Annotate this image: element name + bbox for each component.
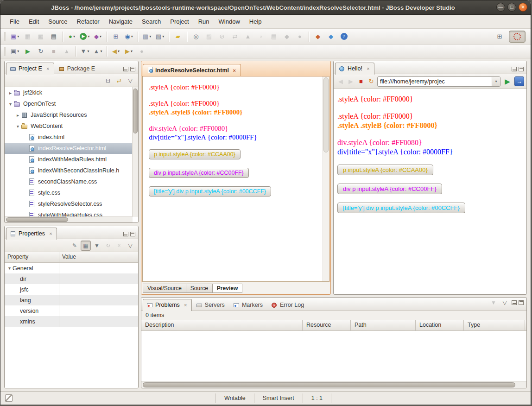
maximize-view-icon[interactable] <box>130 67 135 71</box>
property-value-cell[interactable] <box>59 284 138 295</box>
url-combo[interactable]: file:///home/jeremy/projec ▾ <box>377 76 500 87</box>
filter-icon[interactable]: ▼ <box>488 298 499 308</box>
new-wizard-icon[interactable]: ▣▾ <box>9 31 21 42</box>
vertical-scrollbar[interactable] <box>323 76 329 281</box>
view-menu-icon[interactable]: ▽ <box>500 298 510 308</box>
restore-default-icon[interactable]: ↻ <box>103 241 113 251</box>
property-value-cell[interactable] <box>59 273 138 284</box>
property-value-cell[interactable] <box>59 316 138 327</box>
debug-icon[interactable]: ●▾ <box>66 31 78 42</box>
property-row-xmlns[interactable]: xmlns <box>5 316 138 327</box>
back-icon[interactable]: ◀ <box>336 76 345 87</box>
tree-item-indexwithmediarules-html[interactable]: indexWithMediaRules.html <box>5 154 133 165</box>
forward-history-icon[interactable]: ▶▾ <box>123 46 135 57</box>
tree-expanded-arrow-icon[interactable]: ▾ <box>7 102 13 107</box>
tree-item-style-css[interactable]: style.css <box>5 187 133 198</box>
minimize-view-icon[interactable] <box>123 67 128 71</box>
menu-item-refactor[interactable]: Refactor <box>72 16 104 27</box>
go-button[interactable]: ▶ <box>502 76 513 87</box>
maximize-view-icon[interactable] <box>519 300 524 305</box>
scrollbar-thumb[interactable] <box>323 77 329 152</box>
save-icon[interactable]: ▦ <box>22 31 34 42</box>
open-perspective-icon[interactable]: ⊞ <box>494 31 506 42</box>
tree-item-jsf2kick[interactable]: ▸jsf2kick <box>5 87 133 98</box>
tab-indexresolveselector-html[interactable]: indexResolveSelector.html × <box>143 64 241 76</box>
expand-arrow-icon[interactable]: ▾ <box>6 266 13 271</box>
tree-item-index-html[interactable]: index.html <box>5 132 133 143</box>
collapse-all-icon[interactable]: ⊟ <box>103 76 113 86</box>
build-icon[interactable]: ◆ <box>281 31 293 42</box>
column-header-resource[interactable]: Resource <box>303 320 351 330</box>
print-icon[interactable]: ▤ <box>48 31 60 42</box>
next-annotation-icon[interactable]: ▼▾ <box>79 46 91 57</box>
column-header-description[interactable]: Description <box>141 320 303 330</box>
link-with-editor-icon[interactable]: ⇄ <box>114 76 124 86</box>
minimize-view-icon[interactable] <box>512 300 517 305</box>
close-tab-icon[interactable]: × <box>45 66 51 71</box>
horizontal-scrollbar[interactable] <box>5 216 133 222</box>
palette-icon[interactable]: ▧▾ <box>154 31 166 42</box>
preview-input-button[interactable]: p input.styleA {color: #CCAA00} <box>337 165 433 175</box>
preview-input-button[interactable]: p input.styleA {color: #CCAA00} <box>149 149 241 159</box>
refresh-icon[interactable]: ↻ <box>35 46 47 57</box>
column-header-value[interactable]: Value <box>59 252 138 262</box>
relaunch-icon[interactable]: ▲ <box>61 46 73 57</box>
close-tab-icon[interactable]: × <box>232 68 237 73</box>
tab-package-e[interactable]: Package E <box>55 63 99 74</box>
help-icon[interactable]: ? <box>338 31 350 42</box>
preview-input-button[interactable]: [title='y'] div p input.styleA {color: #… <box>337 203 465 213</box>
maximize-view-icon[interactable] <box>519 67 524 71</box>
property-row-lang[interactable]: lang <box>5 295 138 305</box>
scrollbar-thumb[interactable] <box>133 89 138 133</box>
tab-problems[interactable]: Problems× <box>143 299 192 311</box>
run-last-launched-icon[interactable]: ▶ <box>22 46 34 57</box>
record-icon[interactable]: ● <box>294 31 306 42</box>
view-menu-icon[interactable]: ▽ <box>125 241 135 251</box>
preview-input-button[interactable]: div p input.styleA {color: #CC00FF} <box>337 184 442 194</box>
preview-input-button[interactable]: [title='y'] div p input.styleA {color: #… <box>149 186 271 197</box>
search-icon[interactable]: ◎ <box>190 31 202 42</box>
view-menu-icon[interactable]: ▽ <box>125 76 135 86</box>
window-titlebar[interactable]: JBoss - /home/jeremy/projects/jbosstools… <box>0 0 531 15</box>
property-row-dir[interactable]: dir <box>5 273 138 284</box>
menu-item-search[interactable]: Search <box>137 16 165 27</box>
goto-type-icon[interactable]: ▲ <box>242 31 254 42</box>
vertical-scrollbar[interactable] <box>132 87 138 217</box>
tree-item-javascript-resources[interactable]: ▸JavaScript Resources <box>5 109 133 121</box>
tree-item-secondclassname-css[interactable]: secondClassName.css <box>5 176 133 187</box>
tree-expanded-arrow-icon[interactable]: ▾ <box>15 124 21 129</box>
tree-item-webcontent[interactable]: ▾WebContent <box>5 121 133 132</box>
tab-error-log[interactable]: Error Log <box>267 299 308 311</box>
minimize-view-icon[interactable] <box>512 67 517 71</box>
refresh-icon[interactable]: ↻ <box>367 76 376 87</box>
save-all-icon[interactable]: ▩ <box>35 31 47 42</box>
scrollbar-thumb[interactable] <box>143 382 515 387</box>
skip-breakpoints-icon[interactable]: ⊘ <box>216 31 228 42</box>
editor-mode-tab-visual-source[interactable]: Visual/Source <box>143 284 186 293</box>
column-header-type[interactable]: Type <box>464 320 525 330</box>
run-icon[interactable]: ▶▾ <box>79 31 91 42</box>
tree-item-stylewithmediarules-css[interactable]: styleWithMediaRules.css <box>5 209 133 217</box>
tab-properties[interactable]: Properties × <box>6 228 57 240</box>
horizontal-scrollbar[interactable] <box>141 381 526 388</box>
property-row-general[interactable]: ▾General <box>5 263 138 273</box>
scrollbar-thumb[interactable] <box>6 217 68 222</box>
tab-markers[interactable]: Markers <box>229 299 267 311</box>
editor-mode-tab-source[interactable]: Source <box>186 284 213 293</box>
tree-item-indexresolveselector-html[interactable]: indexResolveSelector.html <box>5 143 133 154</box>
stop-icon[interactable]: ■ <box>48 46 60 57</box>
close-tab-icon[interactable]: × <box>183 302 188 308</box>
property-row-version[interactable]: version <box>5 305 138 316</box>
tree-item-openontest[interactable]: ▾OpenOnTest <box>5 98 133 109</box>
menu-item-edit[interactable]: Edit <box>24 16 44 27</box>
maximize-view-icon[interactable] <box>130 232 135 236</box>
maximize-window-button[interactable]: □ <box>507 3 516 12</box>
text-format-icon[interactable]: ▤ <box>268 31 280 42</box>
toolbar-drag-handle[interactable] <box>4 32 6 41</box>
tree-item-indexwithsecondclassinrule-h[interactable]: indexWithSecondClassInRule.h <box>5 165 133 176</box>
minimize-view-icon[interactable] <box>123 232 128 236</box>
delete-property-icon[interactable]: × <box>114 241 124 251</box>
profile-icon[interactable]: ◆▾ <box>92 31 104 42</box>
toolbar-drag-handle[interactable] <box>4 47 6 56</box>
tab-servers[interactable]: Servers <box>192 299 229 311</box>
